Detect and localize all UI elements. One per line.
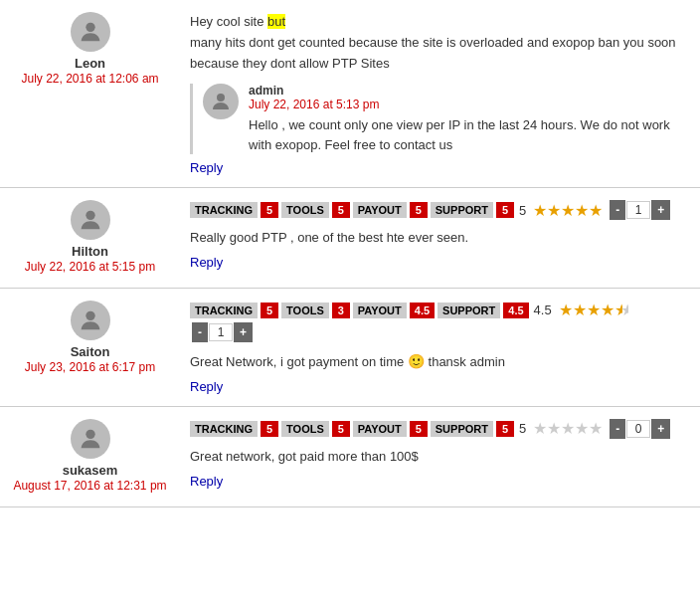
comment-block: Leon July 22, 2016 at 12:06 am Hey cool … (0, 0, 700, 188)
comment-text-part: Hey cool site (190, 14, 267, 29)
admin-text: Hello , we count only one view per IP in… (249, 115, 692, 154)
tracking-label: TRACKING (190, 421, 258, 437)
avatar (71, 200, 110, 240)
comment-block: Saiton July 23, 2016 at 6:17 pm TRACKING… (0, 289, 700, 407)
payout-label: PAYOUT (353, 303, 407, 318)
rating-bar: TRACKING 5 TOOLS 5 PAYOUT 5 SUPPORT 5 5 … (190, 419, 692, 439)
svg-point-4 (86, 430, 94, 439)
overall-score: 4.5 (534, 303, 552, 317)
vote-plus-button[interactable]: + (651, 200, 670, 220)
support-value: 5 (496, 421, 514, 437)
smiley: 🙂 (408, 353, 425, 369)
vote-minus-button[interactable]: - (610, 419, 625, 439)
support-label: SUPPORT (438, 303, 500, 318)
admin-date: July 22, 2016 at 5:13 pm (249, 98, 379, 111)
admin-reply: admin July 22, 2016 at 5:13 pm Hello , w… (190, 84, 692, 154)
comment-block: Hilton July 22, 2016 at 5:15 pm TRACKING… (0, 188, 700, 289)
comment-text-part: many hits dont get counted because the s… (190, 35, 676, 71)
author-name: Saiton (8, 344, 172, 359)
tracking-value: 5 (261, 421, 278, 437)
payout-label: PAYOUT (353, 421, 407, 437)
vote-count: 1 (626, 201, 650, 219)
admin-avatar (203, 84, 239, 119)
comment-text: Great network, got paid more than 100$ (190, 447, 692, 468)
tools-value: 3 (332, 303, 350, 318)
reply-link[interactable]: Reply (190, 474, 223, 489)
support-label: SUPPORT (431, 421, 493, 437)
comment-content: TRACKING 5 TOOLS 3 PAYOUT 4.5 SUPPORT 4.… (182, 301, 692, 394)
avatar (71, 12, 110, 52)
support-label: SUPPORT (431, 202, 493, 218)
avatar (71, 301, 110, 340)
vote-controls: - 0 + (610, 419, 670, 439)
tracking-value: 5 (261, 202, 278, 218)
reply-link[interactable]: Reply (190, 160, 223, 175)
svg-point-1 (217, 94, 225, 101)
tools-label: TOOLS (281, 421, 329, 437)
author-col: Leon July 22, 2016 at 12:06 am (8, 12, 182, 88)
payout-value: 5 (410, 202, 428, 218)
avatar (71, 419, 110, 459)
overall-score: 5 (519, 421, 526, 436)
author-name: Hilton (8, 244, 172, 259)
author-date: August 17, 2016 at 12:31 pm (8, 478, 172, 495)
payout-label: PAYOUT (353, 202, 407, 218)
tracking-label: TRACKING (190, 303, 258, 318)
highlighted-text: but (267, 14, 285, 29)
author-date: July 22, 2016 at 5:15 pm (8, 259, 172, 276)
svg-point-0 (86, 23, 94, 32)
author-date: July 23, 2016 at 6:17 pm (8, 359, 172, 376)
svg-point-2 (86, 211, 94, 220)
vote-minus-button[interactable]: - (192, 322, 208, 342)
vote-controls: - 1 + (192, 322, 253, 342)
comment-text-part: Great network, got paid more than 100$ (190, 449, 419, 464)
support-value: 5 (496, 202, 514, 218)
comment-block: sukasem August 17, 2016 at 12:31 pm TRAC… (0, 407, 700, 507)
author-col: sukasem August 17, 2016 at 12:31 pm (8, 419, 182, 495)
tools-label: TOOLS (281, 202, 329, 218)
rating-bar: TRACKING 5 TOOLS 5 PAYOUT 5 SUPPORT 5 5 … (190, 200, 692, 220)
admin-name: admin (249, 84, 283, 98)
vote-plus-button[interactable]: + (234, 322, 253, 342)
tools-value: 5 (332, 202, 350, 218)
vote-controls: - 1 + (610, 200, 670, 220)
comment-text-part: thansk admin (425, 354, 505, 369)
overall-score: 5 (519, 203, 526, 218)
comment-text: Hey cool site butmany hits dont get coun… (190, 12, 692, 74)
vote-plus-button[interactable]: + (651, 419, 670, 439)
author-col: Saiton July 23, 2016 at 6:17 pm (8, 301, 182, 376)
reply-link[interactable]: Reply (190, 255, 223, 270)
tools-label: TOOLS (281, 303, 329, 318)
comment-content: Hey cool site butmany hits dont get coun… (182, 12, 692, 175)
author-name: sukasem (8, 463, 172, 478)
comment-content: TRACKING 5 TOOLS 5 PAYOUT 5 SUPPORT 5 5 … (182, 200, 692, 270)
rating-bar: TRACKING 5 TOOLS 3 PAYOUT 4.5 SUPPORT 4.… (190, 301, 692, 342)
vote-count: 1 (209, 323, 233, 341)
vote-count: 0 (626, 420, 650, 438)
comment-content: TRACKING 5 TOOLS 5 PAYOUT 5 SUPPORT 5 5 … (182, 419, 692, 489)
tracking-label: TRACKING (190, 202, 258, 218)
author-date: July 22, 2016 at 12:06 am (8, 71, 172, 88)
comment-text-part: Great Network, i got payment on time (190, 354, 408, 369)
support-value: 4.5 (503, 303, 528, 318)
vote-minus-button[interactable]: - (610, 200, 625, 220)
reply-link[interactable]: Reply (190, 379, 223, 394)
comment-text: Great Network, i got payment on time 🙂 t… (190, 350, 692, 373)
comment-text: Really good PTP , one of the best hte ev… (190, 228, 692, 249)
author-col: Hilton July 22, 2016 at 5:15 pm (8, 200, 182, 276)
payout-value: 5 (410, 421, 428, 437)
svg-point-3 (86, 311, 94, 320)
payout-value: 4.5 (410, 303, 435, 318)
tracking-value: 5 (261, 303, 278, 318)
tools-value: 5 (332, 421, 350, 437)
comment-text-part: Really good PTP , one of the best hte ev… (190, 230, 468, 245)
author-name: Leon (8, 56, 172, 71)
